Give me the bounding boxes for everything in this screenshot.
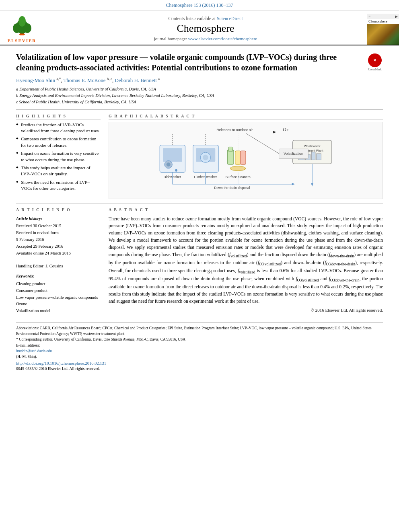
doi-line[interactable]: http://dx.doi.org/10.1016/j.chemosphere.… (16, 361, 383, 366)
history-label: Article history: (16, 216, 101, 222)
author-bennett[interactable]: Deborah H. Bennett (115, 77, 156, 83)
highlight-1: Predicts the fraction of LVP–VOCs volati… (16, 122, 101, 134)
keyword-3: Low vapor pressure-volatile organic comp… (16, 295, 98, 300)
svg-point-4 (19, 16, 26, 27)
homepage-link[interactable]: www.elsevier.com/locate/chemosphere (188, 36, 257, 41)
svg-marker-7 (273, 131, 276, 133)
graphical-abstract-column: G R A P H I C A L A B S T R A C T Releas… (109, 114, 383, 199)
abbreviations-text: Abbreviations: CARB, California Air Reso… (16, 325, 383, 337)
received-date: Received 30 October 2015 (16, 224, 61, 228)
elsevier-logo-area: ELSEVIER (0, 14, 44, 45)
journal-cover-area: ≡▶ Chemosphere (367, 14, 399, 45)
crossmark-icon[interactable]: ✕ (368, 53, 382, 67)
main-content-area: Volatilization of low vapor pressure — v… (0, 45, 399, 318)
journal-title: Chemosphere (177, 23, 234, 35)
cover-journal-label: Chemosphere (367, 19, 399, 24)
doi-link[interactable]: http://dx.doi.org/10.1016/j.chemosphere.… (16, 361, 106, 366)
email-link[interactable]: hmshin@ucd.davis.edu (16, 349, 52, 353)
highlights-column: H I G H L I G H T S Predicts the fractio… (16, 114, 101, 199)
svg-rect-21 (228, 147, 232, 152)
keywords-label: Keywords: (16, 273, 101, 280)
svg-marker-44 (292, 183, 295, 185)
crossmark-area[interactable]: ✕ CrossMark (367, 52, 383, 71)
keywords-section: Keywords: Cleaning product Consumer prod… (16, 273, 101, 314)
keyword-2: Consumer product (16, 288, 47, 293)
highlight-5: Shows the need for emissions of LVP–VOCs… (16, 179, 101, 192)
article-title-area: Volatilization of low vapor pressure — v… (16, 52, 383, 73)
svg-line-38 (246, 133, 279, 154)
article-info-header: A R T I C L E I N F O (16, 207, 101, 213)
available-date: Available online 24 March 2016 (16, 251, 71, 255)
email-suffix: (H.-M. Shin). (16, 354, 383, 359)
svg-rect-22 (235, 151, 241, 164)
svg-text:O₃: O₃ (283, 127, 288, 131)
keyword-4: Ozone (16, 302, 27, 306)
elsevier-label: ELSEVIER (8, 38, 37, 43)
abstract-header: A B S T R A C T (109, 207, 383, 213)
sciencedirect-link[interactable]: ScienceDirect (217, 16, 243, 21)
svg-text:Wastewater: Wastewater (304, 144, 321, 148)
journal-ref-text: Chemosphere 153 (2016) 130–137 (166, 2, 233, 8)
revised-date: Received in revised form9 February 2016 (16, 230, 59, 242)
title-divider (16, 109, 383, 110)
svg-rect-32 (317, 154, 321, 160)
author-shin[interactable]: Hyeong-Moo Shin (16, 77, 55, 83)
email-label: E-mail address: (16, 343, 383, 348)
highlight-2: Compares contribution to ozone formation… (16, 136, 101, 148)
affil-c: c School of Public Health, University of… (16, 99, 383, 105)
svg-marker-46 (311, 183, 313, 186)
journal-header: ELSEVIER Contents lists available at Sci… (0, 10, 399, 45)
contents-text: Contents lists available at (168, 16, 216, 21)
graphical-abstract-diagram: Releases to outdoor air O₃ Dishwasher (109, 122, 383, 199)
highlights-list: Predicts the fraction of LVP–VOCs volati… (16, 122, 101, 192)
authors-line: Hyeong-Moo Shin a,*, Thomas E. McKone b,… (16, 77, 383, 84)
svg-rect-23 (240, 151, 246, 164)
authors-text: Hyeong-Moo Shin a,*, Thomas E. McKone b,… (16, 77, 160, 83)
homepage-label: journal homepage: (154, 36, 187, 41)
journal-reference: Chemosphere 153 (2016) 130–137 (0, 0, 399, 10)
journal-homepage-line: journal homepage: www.elsevier.com/locat… (154, 36, 257, 41)
cover-top-bar: ≡▶ (367, 14, 399, 19)
affiliations: a Department of Public Health Sciences, … (16, 86, 383, 105)
elsevier-tree-icon (8, 15, 36, 37)
contents-available-line: Contents lists available at ScienceDirec… (168, 16, 243, 21)
svg-rect-31 (311, 152, 315, 160)
journal-center-area: Contents lists available at ScienceDirec… (44, 14, 367, 45)
email-line: E-mail address: hmshin@ucd.davis.edu (H.… (16, 343, 383, 360)
affil-a: a Department of Public Health Sciences, … (16, 86, 383, 92)
abstract-text: There have been many studies to reduce o… (109, 216, 383, 305)
svg-rect-20 (227, 150, 234, 164)
highlight-3: Impact on ozone formation is very sensit… (16, 150, 101, 163)
keyword-1: Cleaning product (16, 281, 45, 286)
svg-text:Volatilization: Volatilization (284, 151, 303, 155)
author-mckone[interactable]: Thomas E. McKone (64, 77, 106, 83)
article-title: Volatilization of low vapor pressure — v… (16, 52, 367, 73)
keyword-5: Volatilization model (16, 308, 50, 313)
highlight-4: This study helps evaluate the impact of … (16, 165, 101, 177)
mid-divider (16, 203, 383, 203)
svg-point-12 (167, 162, 171, 166)
svg-text:Down-the-drain disposal: Down-the-drain disposal (214, 186, 250, 190)
corresponding-author-text: * Corresponding author. University of Ca… (16, 337, 383, 342)
svg-text:Releases to outdoor air: Releases to outdoor air (216, 127, 253, 131)
highlights-header: H I G H L I G H T S (16, 114, 101, 119)
article-history: Article history: Received 30 October 201… (16, 216, 101, 257)
svg-point-13 (175, 169, 177, 171)
svg-point-18 (203, 154, 208, 160)
footnotes: Abbreviations: CARB, California Air Reso… (16, 325, 383, 360)
cover-label-text: Chemosphere (368, 20, 387, 23)
svg-rect-10 (163, 148, 182, 162)
handling-editor-text: Handling Editor: J. Cousins (16, 264, 63, 268)
crossmark-label: CrossMark (368, 68, 381, 71)
svg-point-24 (230, 166, 246, 171)
graphical-abstract-header: G R A P H I C A L A B S T R A C T (109, 114, 383, 119)
article-info-column: A R T I C L E I N F O Article history: R… (16, 207, 101, 314)
abstract-column: A B S T R A C T There have been many stu… (109, 207, 383, 314)
graphical-abstract-svg: Releases to outdoor air O₃ Dishwasher (112, 125, 379, 194)
cover-image (367, 24, 399, 45)
highlights-graphical-area: H I G H L I G H T S Predicts the fractio… (16, 114, 383, 199)
affil-b: b Energy Analysis and Environmental Impa… (16, 92, 383, 99)
copyright-text: © 2016 Elsevier Ltd. All rights reserved… (109, 308, 383, 312)
info-abstract-area: A R T I C L E I N F O Article history: R… (16, 207, 383, 314)
bottom-footnotes-area: Abbreviations: CARB, California Air Reso… (16, 322, 383, 371)
